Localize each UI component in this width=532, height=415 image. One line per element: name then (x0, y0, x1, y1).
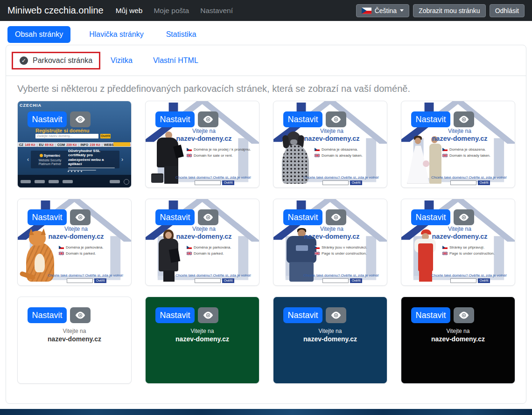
set-button[interactable]: Nastavit (283, 307, 322, 323)
view-site-button[interactable]: Zobrazit mou stránku (413, 4, 486, 17)
preview-eye-button[interactable] (326, 111, 346, 127)
nav-item-nastaveni[interactable]: Nastavení (200, 7, 233, 15)
domain-text: nazev-domeny.cz (18, 335, 131, 343)
logout-button[interactable]: Odhlásit (490, 4, 525, 17)
tab-statistika[interactable]: Statistika (162, 26, 200, 43)
status-block: Doména je parkována. Domain is parked. (59, 245, 104, 257)
eye-icon (458, 115, 470, 124)
eye-icon (330, 213, 342, 222)
domain-text: nazev-domeny.cz (164, 135, 244, 142)
domain-search-bar: Zadejte název domény... Ověřit (35, 134, 111, 138)
domain-check-input (67, 278, 93, 283)
ssl-banner: ‹ Symantec Website Security Platinum Par… (31, 151, 119, 168)
status-line-cz: Stránky se připravují. (442, 245, 495, 249)
subtab-parkovaci-stranka-highlight[interactable]: ✓ Parkovací stránka (12, 52, 100, 69)
verify-button-small: Ověřit (222, 180, 234, 185)
template-grid: CZECHIA Registrujte si doménu Zadejte ná… (17, 101, 515, 384)
set-button[interactable]: Nastavit (283, 111, 322, 127)
subtab-vlastni-html[interactable]: Vlastní HTML (153, 56, 198, 65)
domain-check-form: Ověřit (450, 278, 490, 283)
uk-flag-icon (187, 252, 192, 255)
status-block: Doména je obsazena. Domain is already ta… (315, 147, 363, 159)
status-line-en: Domain for sale or rent. (187, 153, 251, 158)
language-dropdown[interactable]: Čeština (356, 4, 409, 17)
set-button[interactable]: Nastavit (411, 209, 450, 225)
eye-icon (74, 311, 86, 320)
subtab-vizitka[interactable]: Vizitka (111, 56, 133, 65)
preview-eye-button[interactable] (198, 307, 218, 323)
set-button[interactable]: Nastavit (411, 307, 450, 323)
template-card-czechia-homepage: CZECHIA Registrujte si doménu Zadejte ná… (17, 101, 132, 188)
status-line-en: Domain is parked. (187, 251, 231, 256)
ssl-banner-title: Důvěryhodné SSL certifikáty pro zabezpeč… (68, 149, 115, 166)
domain-text: nazev-domeny.cz (164, 233, 244, 240)
domain-check-form: Ověřit (67, 278, 106, 283)
preview-eye-button[interactable] (70, 111, 91, 127)
set-button[interactable]: Nastavit (155, 307, 195, 323)
welcome-text: Vitejte na (146, 328, 259, 334)
carousel-dots (18, 171, 132, 172)
preview-eye-button[interactable] (454, 111, 474, 127)
nav-item-moje-posta[interactable]: Moje pošta (154, 7, 189, 15)
preview-eye-button[interactable] (198, 111, 218, 127)
status-line-cz: Stránky jsou v rekonstrukci. (315, 245, 367, 249)
set-button[interactable]: Nastavit (28, 209, 67, 225)
set-button[interactable]: Nastavit (28, 111, 67, 127)
preview-eye-button[interactable] (326, 307, 346, 323)
welcome-text: Vitejte na (292, 226, 371, 232)
domain-text: nazev-domeny.cz (401, 335, 515, 343)
preview-eye-button[interactable] (198, 209, 218, 225)
verify-button-small: Ověřit (100, 134, 111, 138)
subtabs: ✓ Parkovací stránka Vizitka Vlastní HTML (6, 45, 526, 76)
domain-check-input (450, 278, 476, 283)
status-line-cz: Doména je parkována. (59, 245, 104, 249)
set-button[interactable]: Nastavit (28, 307, 67, 323)
preview-eye-button[interactable] (70, 307, 91, 323)
welcome-text: Vitejte na (292, 128, 371, 134)
status-line-cz: Doména je na prodej / k pronájmu. (187, 147, 251, 152)
domain-text: nazev-domeny.cz (36, 233, 116, 240)
welcome-text: Vitejte na (401, 328, 515, 334)
set-button[interactable]: Nastavit (411, 111, 450, 127)
status-line-en: Domain is already taken. (442, 153, 490, 158)
verify-button-small: Ověřit (222, 278, 234, 283)
template-card-plain-navy: Vitejte na nazev-domeny.cz Nastavit (273, 297, 387, 384)
partner-text: Website Security Platinum Partner (35, 159, 64, 166)
register-domain-heading: Registrujte si doménu (35, 128, 90, 133)
preview-eye-button[interactable] (454, 307, 474, 323)
preview-eye-button[interactable] (454, 209, 474, 225)
tab-obsah-stranky[interactable]: Obsah stránky (7, 26, 70, 43)
template-card-dog: Vitejte na nazev-domeny.cz Doména je obs… (273, 101, 387, 188)
welcome-text: Vitejte na (420, 226, 499, 232)
preview-eye-button[interactable] (326, 209, 346, 225)
template-card-businessman: Vitejte na nazev-domeny.cz Doména je na … (145, 101, 259, 188)
czechia-logo: CZECHIA (20, 103, 42, 108)
domain-check-input (322, 180, 349, 185)
description-text: Vyberte si některou z předdefinovaných p… (17, 83, 515, 94)
cz-flag-icon (315, 246, 320, 249)
tab-hlavicka-stranky[interactable]: Hlavička stránky (85, 26, 147, 43)
chevron-right-icon: › (121, 157, 123, 162)
domain-text: nazev-domeny.cz (420, 135, 499, 142)
domain-question: Chcete také doménu? Ověřte si, zda je vo… (171, 175, 255, 180)
uk-flag-icon (315, 154, 320, 157)
set-button[interactable]: Nastavit (283, 209, 322, 225)
set-button[interactable]: Nastavit (155, 111, 195, 127)
domain-text: nazev-domeny.cz (273, 335, 387, 343)
eye-icon (202, 213, 214, 222)
domain-question: Chcete také doménu? Ověřte si, zda je vo… (299, 175, 383, 180)
nav-item-muj-web[interactable]: Můj web (116, 7, 143, 15)
status-line-cz: Doména je obsazena. (442, 147, 490, 152)
domain-question: Chcete také doménu? Ověřte si, zda je vo… (427, 175, 511, 180)
status-block: Doména je obsazena. Domain is already ta… (442, 147, 490, 159)
status-block: Doména je parkována. Domain is parked. (187, 245, 231, 257)
template-card-businesswoman: Vitejte na nazev-domeny.cz Doména je par… (145, 199, 259, 286)
template-card-worker-under-construction: Vitejte na nazev-domeny.cz Stránky jsou … (273, 199, 387, 286)
eye-icon (74, 115, 86, 124)
status-line-cz: Doména je parkována. (187, 245, 231, 249)
preview-eye-button[interactable] (70, 209, 91, 225)
template-card-wedding-couple: Vitejte na nazev-domeny.cz Doména je obs… (401, 101, 515, 188)
set-button[interactable]: Nastavit (155, 209, 195, 225)
domain-check-input (195, 180, 221, 185)
domain-text: nazev-domeny.cz (420, 233, 499, 240)
